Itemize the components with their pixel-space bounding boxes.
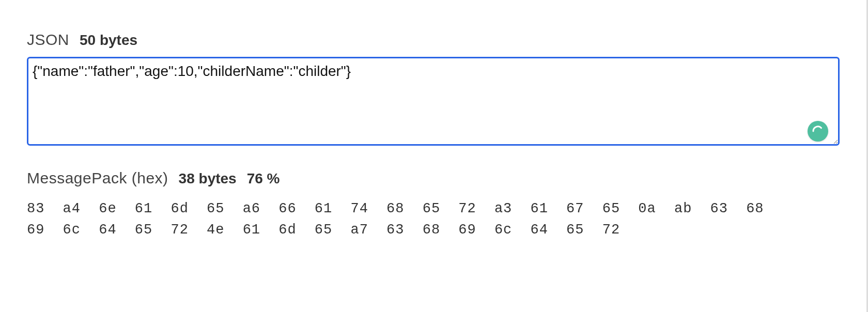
msgpack-hex-output: 83 a4 6e 61 6d 65 a6 66 61 74 68 65 72 a…	[27, 198, 773, 240]
msgpack-percent-label: 76 %	[247, 170, 280, 187]
page-root: JSON 50 bytes {"name":"father","age":10,…	[0, 0, 868, 312]
json-bytes-label: 50 bytes	[80, 32, 137, 49]
status-badge[interactable]	[808, 121, 828, 142]
msgpack-bytes-label: 38 bytes	[179, 170, 237, 187]
json-input[interactable]: {"name":"father","age":10,"childerName":…	[27, 57, 840, 146]
msgpack-title: MessagePack (hex)	[27, 169, 168, 187]
json-title: JSON	[27, 31, 69, 49]
refresh-icon	[812, 125, 824, 137]
msgpack-header-row: MessagePack (hex) 38 bytes 76 %	[27, 169, 840, 187]
json-header-row: JSON 50 bytes	[27, 31, 840, 49]
json-input-wrap: {"name":"father","age":10,"childerName":…	[27, 57, 840, 148]
